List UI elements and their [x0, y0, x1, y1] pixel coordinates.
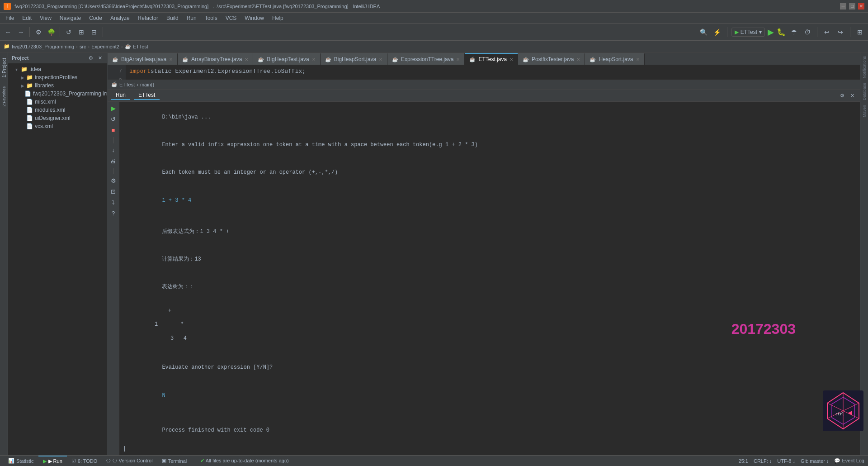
tab-close-heapsort[interactable]: ✕ [636, 57, 640, 62]
tree-item-vcs[interactable]: ▶ 📄 vcs.xml [8, 122, 107, 130]
tree-item-iml[interactable]: ▶ 📄 fwq20172303_Programming.iml [8, 90, 107, 98]
run-config-selector[interactable]: ▶ ETTest ▾ [731, 28, 765, 37]
bottom-tab-terminal[interactable]: ▣ Terminal [157, 456, 192, 466]
tab-close-postfixtester[interactable]: ✕ [576, 57, 580, 62]
sidebar-structure-icon[interactable]: 2:Favorites [2, 83, 6, 110]
tab-ettest[interactable]: ☕ ETTest.java ✕ [465, 53, 518, 65]
menu-window[interactable]: Window [241, 14, 268, 22]
status-git[interactable]: Git: master ↓ [801, 458, 829, 464]
tab-postfixtester[interactable]: ☕ PostfixTester.java ✕ [518, 53, 585, 65]
toolbar-vcs-button[interactable]: ⚡ [712, 27, 723, 38]
right-panel-maven[interactable]: Maven [861, 103, 868, 119]
breadcrumb-src[interactable]: src [80, 44, 86, 49]
output-line4-text: 1 + 3 * 4 [162, 197, 191, 204]
run-help-btn[interactable]: ? [108, 209, 118, 219]
run-scroll-end-btn[interactable]: ↓ [108, 145, 118, 155]
project-header-label: Project [12, 55, 28, 61]
breadcrumb-experiment[interactable]: Experiment2 [91, 44, 119, 49]
tab-arraybinary[interactable]: ☕ ArrayBinaryTree.java ✕ [178, 53, 253, 65]
tab-close-bigheapsort[interactable]: ✕ [379, 57, 382, 62]
bottom-tab-statistic[interactable]: 📊 Statistic [4, 456, 38, 466]
menu-refactor[interactable]: Refactor [134, 14, 162, 22]
tab-icon-postfixtester: ☕ [523, 57, 529, 62]
tree-item-modules[interactable]: ▶ 📄 modules.xml [8, 106, 107, 114]
debug-button[interactable]: 🐛 [777, 28, 786, 36]
menu-tools[interactable]: Tools [201, 14, 221, 22]
run-settings-btn2[interactable]: ⚙ [108, 176, 118, 186]
tab-bigarray[interactable]: ☕ BigArrayHeap.java ✕ [108, 53, 178, 65]
tree-item-misc[interactable]: ▶ 📄 misc.xml [8, 98, 107, 106]
run-wrap-btn[interactable]: ⤵ [108, 198, 118, 208]
menu-analyze[interactable]: Analyze [107, 14, 133, 22]
run-panel-settings-btn[interactable]: ⚙ [838, 91, 846, 100]
menu-file[interactable]: File [2, 14, 18, 22]
tab-close-bigarray[interactable]: ✕ [169, 57, 173, 62]
maximize-button[interactable]: □ [849, 3, 855, 10]
code-content[interactable]: import static Experiment2.ExpressionTTre… [126, 65, 860, 80]
close-button[interactable]: ✕ [858, 3, 864, 10]
code-editor[interactable]: 7 8 9 10 11 12 13 import static Experime… [108, 65, 860, 80]
run-panel-run-tab[interactable]: Run [111, 91, 130, 100]
toolbar-tree-button[interactable]: 🌳 [46, 27, 57, 38]
editor-breadcrumb-ettest[interactable]: ETTest [119, 82, 135, 87]
breadcrumb-file[interactable]: ETTest [133, 44, 148, 49]
bottom-tab-todo[interactable]: ☑ 6: TODO [67, 456, 102, 466]
toolbar-search-button[interactable]: 🔍 [698, 27, 709, 38]
tab-close-bigheap[interactable]: ✕ [312, 57, 316, 62]
tree-item-idea[interactable]: ▾ 📁 .idea [8, 65, 107, 73]
right-panel-database[interactable]: Database [861, 81, 868, 102]
tree-item-inspection[interactable]: ▶ 📁 inspectionProfiles [8, 73, 107, 81]
right-panel-notifications[interactable]: Notifications [861, 54, 868, 80]
status-line-col[interactable]: 25:1 [739, 458, 748, 464]
bottom-tab-run[interactable]: ▶ ▶ Run [38, 456, 67, 466]
undo-button[interactable]: ↩ [821, 27, 832, 38]
status-encoding[interactable]: UTF-8 ↓ [777, 458, 795, 464]
toolbar-forward-button[interactable]: → [15, 27, 26, 38]
run-panel-ettest-tab[interactable]: ETTest [134, 91, 160, 100]
minimize-button[interactable]: ─ [840, 3, 846, 10]
bottom-tab-version-control[interactable]: ⎔ ⎔ Version Control [102, 456, 157, 466]
run-rerun-btn[interactable]: ↺ [108, 114, 118, 124]
menu-build[interactable]: Build [163, 14, 182, 22]
layout-button[interactable]: ⊞ [854, 27, 865, 38]
menu-vcs[interactable]: VCS [222, 14, 241, 22]
tab-heapsort[interactable]: ☕ HeapSort.java ✕ [585, 53, 644, 65]
toolbar-sync-button[interactable]: ↺ [63, 27, 74, 38]
tab-icon-ettest: ☕ [469, 57, 476, 62]
toolbar-settings-button[interactable]: ⚙ [33, 27, 44, 38]
tab-close-ettest[interactable]: ✕ [509, 57, 513, 62]
output-line-5: 后缀表达式为：1 3 4 * + [123, 218, 856, 245]
tree-item-libraries[interactable]: ▶ 📁 libraries [8, 81, 107, 90]
menu-run[interactable]: Run [183, 14, 200, 22]
redo-button[interactable]: ↪ [835, 27, 846, 38]
toolbar-collapse-button[interactable]: ⊟ [89, 27, 99, 38]
menu-view[interactable]: View [36, 14, 55, 22]
breadcrumb-project-name[interactable]: fwq20172303_Programming [12, 44, 74, 49]
sidebar-project-icon[interactable]: 1:Project [1, 54, 7, 81]
menu-navigate[interactable]: Navigate [56, 14, 85, 22]
toolbar-back-button[interactable]: ← [3, 27, 14, 38]
tab-close-expressiontree[interactable]: ✕ [456, 57, 460, 62]
editor-breadcrumb-main[interactable]: main() [140, 82, 154, 87]
run-panel-close-btn[interactable]: ✕ [848, 91, 856, 100]
run-button[interactable]: ▶ [768, 27, 774, 37]
menu-code[interactable]: Code [85, 14, 106, 22]
coverage-button[interactable]: ☂ [788, 27, 799, 38]
tab-expressiontree[interactable]: ☕ ExpressionTTree.java ✕ [387, 53, 465, 65]
run-print-btn[interactable]: 🖨 [108, 156, 118, 166]
tab-bigheap[interactable]: ☕ BigHeapTest.java ✕ [253, 53, 320, 65]
tree-item-uidesigner[interactable]: ▶ 📄 uiDesigner.xml [8, 114, 107, 122]
tab-close-arraybinary[interactable]: ✕ [245, 57, 248, 62]
run-filter-btn[interactable]: ⊡ [108, 187, 118, 197]
menu-help[interactable]: Help [269, 14, 287, 22]
tab-bigheapsort[interactable]: ☕ BigHeapSort.java ✕ [321, 53, 387, 65]
status-event-log[interactable]: 💬 Event Log [834, 458, 864, 464]
run-play-btn[interactable]: ▶ [108, 104, 118, 114]
project-close-icon[interactable]: ✕ [96, 54, 104, 62]
run-stop-btn[interactable]: ■ [108, 125, 118, 135]
project-gear-icon[interactable]: ⚙ [87, 54, 94, 62]
toolbar-expand-button[interactable]: ⊞ [76, 27, 87, 38]
profile-button[interactable]: ⏱ [802, 27, 813, 38]
status-crlf[interactable]: CRLF: ↓ [754, 458, 772, 464]
menu-edit[interactable]: Edit [19, 14, 35, 22]
